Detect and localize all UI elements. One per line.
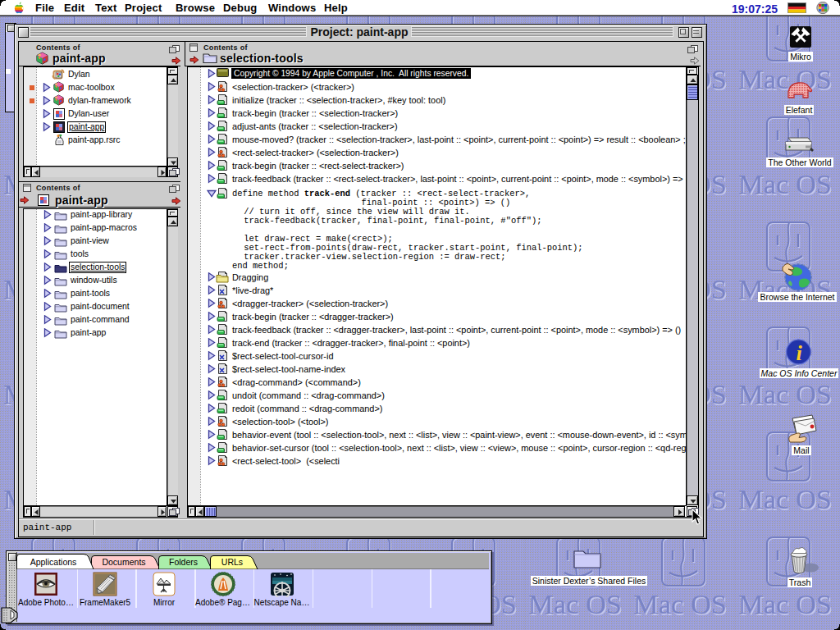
svg-text:Applications: Applications (30, 557, 77, 567)
svg-text:Documents: Documents (102, 557, 145, 567)
svg-text:Folders: Folders (169, 557, 198, 567)
svg-text:URLs: URLs (221, 557, 243, 567)
svg-text:i: i (796, 341, 802, 365)
